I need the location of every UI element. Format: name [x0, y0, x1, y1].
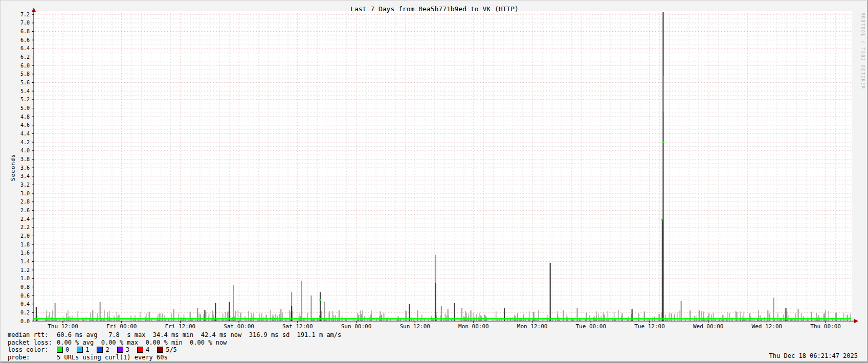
smoke-bar	[259, 314, 260, 321]
smoke-bar	[572, 320, 573, 321]
x-tick-label: Wed 12:00	[752, 323, 783, 330]
smoke-bar	[147, 319, 148, 321]
latency-spike	[301, 281, 302, 321]
smoke-bar	[37, 320, 38, 321]
loss-color-row: loss color: 012345/5	[8, 346, 341, 354]
smoke-bar	[140, 312, 141, 321]
loss-color-item: 0	[57, 346, 69, 354]
smoke-bar	[64, 320, 65, 321]
smoke-bar	[520, 320, 521, 321]
smoke-bar	[250, 320, 251, 321]
smoke-bar	[203, 314, 204, 321]
smoke-bar	[850, 313, 851, 321]
smoke-bar	[183, 320, 184, 321]
smoke-bar	[606, 320, 607, 321]
smoke-bar	[332, 311, 333, 321]
median-rtt-row: median rtt: 60.6 ms avg 7.8 s max 34.4 m…	[8, 331, 341, 339]
y-tick-label: 3.4	[1, 173, 30, 179]
smoke-bar	[384, 313, 385, 321]
smoke-bar	[200, 320, 201, 321]
latency-spike	[118, 315, 119, 321]
smoke-bar	[357, 319, 358, 321]
y-tick-label: 0.0	[1, 319, 30, 324]
smoke-bar	[465, 311, 466, 321]
smoke-bar	[791, 320, 792, 321]
x-tick-label: Fri 00:00	[106, 323, 137, 330]
smoke-bar	[421, 314, 422, 321]
x-tick-label: Mon 12:00	[517, 323, 548, 330]
smoke-bar	[279, 314, 280, 321]
smoke-bar	[164, 314, 165, 321]
latency-spike	[662, 12, 663, 321]
median-rtt-value: 60.6 ms avg 7.8 s max 34.4 ms min 42.4 m…	[57, 331, 341, 339]
smoke-bar	[307, 313, 308, 321]
smoke-bar	[777, 313, 778, 321]
smoke-bar	[218, 319, 219, 321]
y-tick-label: 1.8	[1, 242, 30, 247]
smoke-bar	[179, 314, 180, 321]
smoke-bar	[496, 311, 497, 321]
smoke-bar	[49, 312, 50, 321]
smoke-bar	[843, 313, 844, 321]
smoke-bar	[275, 314, 276, 321]
smoke-bar	[677, 312, 678, 321]
loss-color-item: 5/5	[157, 346, 177, 354]
smoke-bar	[76, 320, 77, 321]
y-tick-label: 7.2	[1, 12, 30, 17]
y-tick-label: 4.0	[1, 148, 30, 153]
packet-loss-label: packet loss:	[8, 339, 57, 347]
stats-footer: median rtt: 60.6 ms avg 7.8 s max 34.4 m…	[8, 331, 341, 361]
y-tick-label: 3.0	[1, 191, 30, 196]
smoke-bar	[213, 314, 214, 321]
smoke-bar	[329, 311, 330, 321]
smoke-bar	[674, 314, 675, 321]
latency-spike	[847, 315, 848, 321]
x-tick-label: Sun 00:00	[341, 323, 372, 330]
x-tick-label: Wed 00:00	[693, 323, 724, 330]
smoke-bar	[658, 314, 659, 321]
smoke-bar	[286, 320, 287, 321]
y-tick-label: 1.6	[1, 250, 30, 256]
generated-timestamp: Thu Dec 18 06:21:47 2025	[769, 352, 858, 359]
smoke-bar	[168, 320, 169, 321]
smoke-bar	[818, 315, 819, 321]
spike-dark-segment	[435, 283, 436, 321]
loss-color-item: 1	[77, 346, 89, 354]
packet-loss-row: packet loss: 0.00 % avg 0.00 % max 0.00 …	[8, 339, 341, 347]
loss-color-value: 1	[85, 346, 89, 354]
latency-spike	[550, 263, 551, 321]
smoke-bar	[59, 320, 60, 321]
y-tick-label: 6.2	[1, 54, 30, 60]
smoke-bar	[370, 314, 371, 321]
smoke-bar	[191, 320, 192, 321]
smoke-bar	[814, 320, 815, 321]
rrdtool-watermark: RRDTOOL / TOBI OETIKER	[860, 13, 865, 89]
smoke-bar	[138, 319, 139, 321]
smoke-bar	[732, 320, 733, 321]
smoke-bar	[406, 311, 407, 321]
smoke-bar	[253, 314, 254, 321]
smoke-bar	[649, 320, 650, 321]
latency-spike	[159, 313, 160, 321]
smoke-bar	[110, 320, 112, 321]
smoke-bar	[514, 314, 515, 321]
smoke-bar	[828, 311, 829, 321]
smoke-bar	[188, 320, 189, 321]
median-line	[34, 318, 851, 320]
smoke-bar	[222, 313, 224, 321]
smoke-bar	[746, 320, 747, 321]
y-tick-label: 5.8	[1, 71, 30, 77]
latency-spike	[736, 312, 737, 321]
y-tick-label: 5.4	[1, 88, 30, 94]
y-tick-label: 6.4	[1, 46, 30, 51]
y-tick-label: 5.0	[1, 105, 30, 111]
x-tick-label: Tue 00:00	[575, 323, 606, 330]
smoke-bar	[146, 313, 147, 321]
loss-color-swatch	[57, 347, 63, 353]
loss-color-item: 4	[137, 346, 149, 354]
latency-spike	[310, 296, 311, 321]
smoke-bar	[452, 319, 453, 321]
latency-spike	[708, 313, 709, 321]
smoke-bar	[816, 313, 817, 321]
y-tick-label: 5.6	[1, 80, 30, 85]
